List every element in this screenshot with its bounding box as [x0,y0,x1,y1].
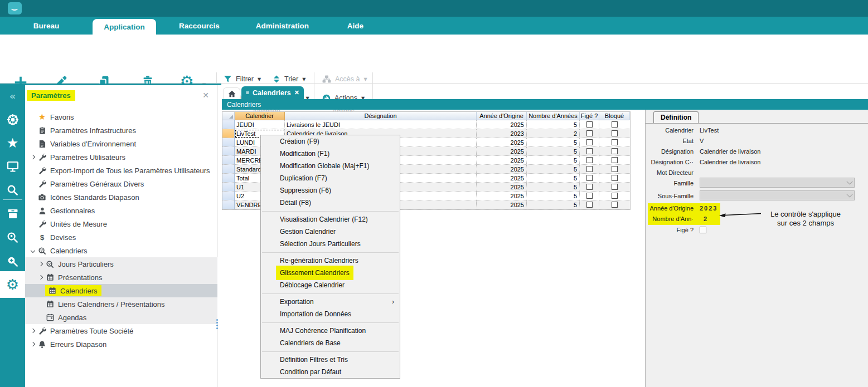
cell-fige[interactable] [580,129,599,138]
tree-item-parametres-utilisateurs[interactable]: Paramètres Utilisateurs [25,150,217,164]
field-value[interactable]: Calendrier de livraison [700,148,760,155]
menu-item-modification-globale[interactable]: Modification Globale (Maj+F1) [261,160,400,172]
panel-close-icon[interactable]: ✕ [202,91,209,100]
column-header-calendrier[interactable]: Calendrier [235,112,285,120]
menu-tab-aide[interactable]: Aide [322,17,389,35]
fige-checkbox[interactable] [586,175,593,181]
tree-item-erreurs-diapason[interactable]: Erreurs Diapason [25,337,217,351]
cell-years[interactable]: 5 [527,138,580,147]
cell-years[interactable]: 5 [527,156,580,165]
row-selector[interactable] [222,138,235,147]
menu-tab-administration[interactable]: Administration [243,17,322,35]
menu-item-creation[interactable]: Création (F9) [261,135,400,148]
tree-item-agendas[interactable]: Agendas [25,311,217,324]
fige-checkbox[interactable] [586,157,593,163]
cell-origin[interactable]: 2025 [477,156,527,165]
search-icon[interactable] [0,180,25,199]
monitor-icon[interactable] [0,157,25,176]
menu-item-deblocage-calendrier[interactable]: Déblocage Calendrier [261,279,400,291]
tree-item-variables-environnement[interactable]: Variables d'Environnement [25,137,217,150]
cell-years[interactable]: 5 [527,120,580,129]
tab-definition[interactable]: Définition [653,111,699,123]
cell-years[interactable]: 5 [527,192,580,200]
field-value[interactable]: 2023 [700,205,717,212]
table-row[interactable]: JEUDILivraisons le JEUDI20255 [222,120,630,129]
cell-bloque[interactable] [599,174,630,183]
menu-item-condition-par-defaut[interactable]: Condition par Défaut [261,366,400,378]
cell-bloque[interactable] [599,192,630,200]
fige-checkbox[interactable] [586,193,593,199]
row-selector[interactable] [222,183,235,192]
bloque-checkbox[interactable] [612,157,618,163]
menu-item-detail[interactable]: Détail (F8) [261,197,400,209]
filtrer-button[interactable]: Filtrer ▼ [224,74,261,85]
column-header-annee-origine[interactable]: Année d'Origine [477,112,527,120]
splitter-handle[interactable] [216,319,219,330]
field-value[interactable]: V [700,138,704,144]
menu-item-calendriers-de-base[interactable]: Calendriers de Base [261,337,400,349]
menu-item-exportation[interactable]: Exportation› [261,296,400,308]
menu-item-definition-filtres-et-tris[interactable]: Définition Filtres et Tris [261,354,400,366]
cell-designation[interactable]: Livraisons le JEUDI [285,120,477,129]
bloque-checkbox[interactable] [612,193,618,199]
collapse-panel-icon[interactable]: « [0,86,25,105]
row-selector[interactable] [222,192,235,200]
sous-famille-select[interactable] [700,190,855,200]
bloque-checkbox[interactable] [612,175,618,181]
cell-bloque[interactable] [599,156,630,165]
tab-close-icon[interactable]: ✕ [294,89,299,96]
bloque-checkbox[interactable] [612,202,618,208]
cell-bloque[interactable] [599,165,630,174]
bloque-checkbox[interactable] [612,148,618,154]
menu-item-regeneration-calendriers[interactable]: Re-génération Calendriers [261,254,400,267]
fige-checkbox[interactable] [586,130,593,136]
cell-fige[interactable] [580,138,599,147]
field-value[interactable]: 2 [704,215,708,222]
column-header-bloque[interactable]: Bloqué [599,112,630,120]
tree-item-parametres-generaux[interactable]: Paramètres Généraux Divers [25,177,217,190]
tree-item-export-import[interactable]: Export-Import de Tous les Paramètres Uti… [25,164,217,177]
fige-checkbox[interactable] [586,121,593,128]
row-selector[interactable] [222,156,235,165]
cell-fige[interactable] [580,165,599,174]
cell-bloque[interactable] [599,183,630,192]
tree-item-devises[interactable]: $Devises [25,231,217,244]
cell-years[interactable]: 2 [527,129,580,138]
famille-select[interactable] [700,178,855,188]
column-header-fige[interactable]: Figé ? [580,112,599,120]
settings-gear-icon[interactable]: ⚙ [0,271,25,298]
tree-item-unites-de-mesure[interactable]: Unités de Mesure [25,217,217,231]
favorites-star-icon[interactable]: ★ [0,134,25,153]
cell-bloque[interactable] [599,120,630,129]
wheel-icon[interactable] [0,110,25,129]
fige-checkbox[interactable] [586,184,593,190]
column-header-nombre-annees[interactable]: Nombre d'Années [527,112,580,120]
bloque-checkbox[interactable] [612,184,618,190]
menu-item-gestion-calendrier[interactable]: Gestion Calendrier [261,226,400,238]
trier-button[interactable]: Trier ▼ [273,74,306,85]
menu-item-glissement-calendriers[interactable]: Glissement Calendriers [261,267,400,279]
cell-origin[interactable]: 2025 [477,192,527,200]
cell-bloque[interactable] [599,147,630,156]
home-tab[interactable] [223,87,240,99]
tree-item-calendriers-root[interactable]: Calendriers [25,244,217,257]
menu-item-selection-jours-particuliers[interactable]: Sélection Jours Particuliers [261,238,400,250]
column-header-designation[interactable]: Désignation [285,112,477,120]
bloque-checkbox[interactable] [612,166,618,172]
row-selector[interactable] [222,120,235,129]
fige-checkbox[interactable] [586,166,593,172]
calendriers-tab[interactable]: Calendriers ✕ [241,86,304,99]
cell-bloque[interactable] [599,129,630,138]
row-selector[interactable] [222,165,235,174]
cell-origin[interactable]: 2025 [477,200,527,209]
tree-item-parametres-toute-societe[interactable]: Paramètres Toute Société [25,324,217,337]
tree-item-icones-standards[interactable]: Icônes Standards Diapason [25,190,217,204]
cell-fige[interactable] [580,174,599,183]
menu-item-visualisation-calendrier[interactable]: Visualisation Calendrier (F12) [261,213,400,226]
app-logo-icon[interactable] [8,2,22,14]
row-selector[interactable] [222,147,235,156]
tree-item-favoris[interactable]: ★Favoris [25,110,217,124]
bloque-checkbox[interactable] [612,139,618,145]
tree-item-parametres-infrastructures[interactable]: Paramètres Infrastructures [25,124,217,137]
fige-checkbox[interactable] [700,227,706,233]
